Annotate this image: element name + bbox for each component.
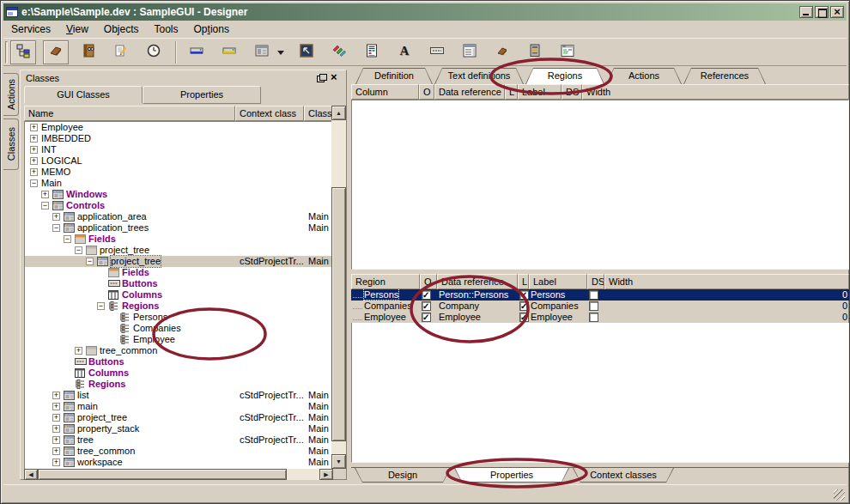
columns-table-header-l[interactable]: L [505,84,518,100]
toolbar-button-book-icon[interactable] [76,40,101,64]
o-checkbox[interactable] [422,301,431,311]
tab-references[interactable]: References [683,68,766,84]
region-row-persons[interactable]: PersonsPerson::PersonsPersons0 [351,289,849,301]
tab-gui-classes[interactable]: GUI Classes [24,86,143,104]
tree-expander-minus[interactable]: − [86,258,94,265]
tree-item-main[interactable]: −Main [25,178,331,189]
toolbar-button-class-hierarchy-icon[interactable] [10,40,36,64]
close-button[interactable] [830,6,844,18]
l-checkbox[interactable] [519,301,529,311]
tree-item-main[interactable]: +mainMain [25,401,331,412]
tree-item-regions[interactable]: Regions [25,379,331,390]
tree-item-workspace[interactable]: +workspaceMain [25,457,331,468]
scroll-left-button[interactable]: ◀ [24,469,38,480]
tab-properties[interactable]: Properties [143,86,261,104]
tree-item-application_area[interactable]: +application_areaMain [25,211,331,222]
regions-table-header-l[interactable]: L [518,274,529,289]
tab-context-classes[interactable]: Context classes [573,468,674,483]
tab-text-definitions[interactable]: Text definitions [434,68,524,84]
tree-column-header-name[interactable]: Name [24,106,235,121]
tree-expander-plus[interactable]: + [30,135,38,143]
columns-table-header-data-reference[interactable]: Data reference [434,84,505,100]
tree-item-controls[interactable]: −Controls [25,200,331,211]
tab-design[interactable]: Design [355,468,451,483]
toolbar-button-window-list-icon[interactable] [457,40,483,64]
region-row-companies[interactable]: CompaniesCompanyCompanies0 [351,301,849,312]
tree-item-list[interactable]: +listcStdProjectTr...Main [25,390,331,401]
horizontal-scrollbar-thumb[interactable] [38,469,287,480]
toolbar-button-button-widget-icon[interactable] [424,40,450,64]
regions-table-header-o[interactable]: O [420,274,437,289]
tree-item-regions[interactable]: −Regions [25,301,331,312]
toolbar-button-dropdown-arrow-icon[interactable] [275,40,287,64]
tree-expander-minus[interactable]: − [64,235,71,243]
tab-regions[interactable]: Regions [525,68,604,84]
regions-table-header-label[interactable]: Label [529,274,587,289]
tree-item-employee[interactable]: +Employee [25,122,331,133]
tab-definition[interactable]: Definition [355,68,433,84]
float-panel-icon[interactable] [315,73,327,83]
ds-checkbox[interactable] [589,290,598,300]
o-checkbox[interactable] [422,313,431,322]
toolbar-button-code-window-icon[interactable] [555,40,580,64]
tab-properties[interactable]: Properties [454,468,569,483]
tree-item-persons[interactable]: Persons [25,312,331,323]
tree-item-imbedded[interactable]: +IMBEDDED [25,133,331,144]
columns-table-header-column[interactable]: Column [351,84,419,100]
columns-table-header-label[interactable]: Label [518,84,562,100]
tree-expander-minus[interactable]: − [75,246,82,254]
menu-objects[interactable]: Objects [96,21,147,37]
tree-item-int[interactable]: +INT [25,144,331,155]
regions-table-header-width[interactable]: Width [604,274,849,289]
regions-table-header-ds[interactable]: DS [587,274,604,289]
ds-checkbox[interactable] [589,313,598,322]
menu-options[interactable]: Options [186,21,237,37]
tree-expander-minus[interactable]: − [41,202,49,209]
tree-column-header-context-class[interactable]: Context class [235,106,304,121]
tree-expander-plus[interactable]: + [52,403,60,410]
menu-view[interactable]: View [58,21,96,37]
tree-item-companies[interactable]: Companies [25,323,331,334]
tree-item-property_stack[interactable]: +property_stackMain [25,423,331,434]
toolbar-button-form-window-icon[interactable] [249,40,275,64]
tree-expander-plus[interactable]: + [52,447,60,455]
tree-item-buttons[interactable]: Buttons [25,356,331,367]
tree-expander-plus[interactable]: + [52,436,60,444]
tree-expander-plus[interactable]: + [75,347,82,355]
tree-item-application_trees[interactable]: −application_treesMain [25,222,331,234]
toolbar-button-ribbon-icon[interactable] [326,40,352,64]
menu-tools[interactable]: Tools [147,21,186,37]
toolbar-button-navigate-window-icon[interactable] [294,40,319,64]
tree-item-logical[interactable]: +LOGICAL [25,155,331,167]
tree-item-project_tree[interactable]: +project_treecStdProjectTr...Main [25,412,331,423]
tree-item-fields[interactable]: −Fields [25,234,331,245]
tree-item-buttons[interactable]: Buttons [25,278,331,289]
regions-table-header-data-reference[interactable]: Data reference [437,274,518,289]
dock-tab-actions[interactable]: Actions [3,73,19,116]
l-checkbox[interactable] [519,313,529,322]
tree-item-tree_common[interactable]: +tree_commonMain [25,446,331,457]
tree-item-employee[interactable]: Employee [25,334,331,345]
titlebar[interactable]: e:\Sample\Sample.dev : SampleGUI - Desig… [3,3,847,21]
toolbar-button-eraser-icon[interactable] [43,40,69,64]
toolbar-button-clock-icon[interactable] [141,40,167,64]
tree-expander-minus[interactable]: − [30,179,38,187]
toolbar-button-eraser-small-icon[interactable] [489,40,515,64]
tree-item-tree[interactable]: +treecStdProjectTr...Main [25,434,331,446]
toolbar-button-drive-blue-icon[interactable] [184,40,209,64]
scroll-down-button[interactable]: ▼ [331,454,346,469]
scroll-up-button[interactable]: ▲ [331,106,346,120]
maximize-button[interactable] [815,6,829,18]
tree-expander-plus[interactable]: + [52,392,60,399]
tree-item-columns[interactable]: Columns [25,289,331,301]
tree-expander-plus[interactable]: + [30,124,38,131]
toolbar-button-font-icon[interactable]: AA [392,40,417,64]
toolbar-grip[interactable] [5,41,8,64]
tree-column-header-class[interactable]: Class [304,106,332,121]
tree-expander-plus[interactable]: + [52,425,60,433]
columns-table-header-o[interactable]: O [419,84,434,100]
tree-item-fields[interactable]: Fields [25,267,331,278]
vertical-scrollbar-thumb[interactable] [331,187,346,441]
menu-services[interactable]: Services [3,21,58,37]
toolbar-button-report-icon[interactable] [359,40,385,64]
